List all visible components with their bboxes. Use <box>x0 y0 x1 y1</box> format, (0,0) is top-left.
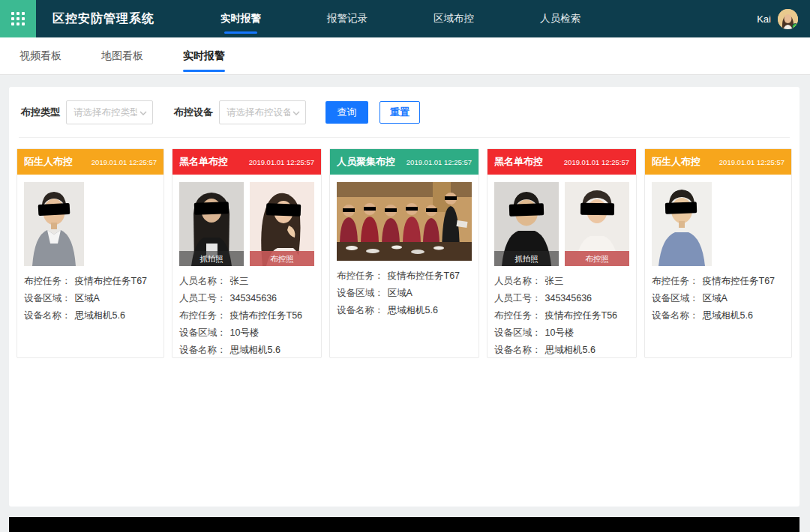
photo-row: 抓拍照 布控照 <box>179 182 314 266</box>
active-nav-underline <box>224 31 257 34</box>
online-status-dot <box>792 23 798 29</box>
content-panel: 布控类型 请选择布控类型 布控设备 请选择布控设备 查询 重置 <box>9 87 800 507</box>
field-row: 布控任务： 疫情布控任务T67 <box>24 273 157 290</box>
nav-item-area-control[interactable]: 区域布控 <box>434 0 474 37</box>
field-row: 设备名称： 思域相机5.6 <box>24 307 157 324</box>
field-row: 布控任务： 疫情布控任务T67 <box>337 267 472 285</box>
card-body: 抓拍照 布控照 <box>488 175 636 359</box>
card-fields: 布控任务： 疫情布控任务T67 设备区域： 区域A 设备名称： 思域相机5.6 <box>652 273 784 324</box>
field-row: 设备区域： 10号楼 <box>179 324 314 342</box>
filter-device-label: 布控设备 <box>174 106 213 119</box>
alarm-card-stranger-2[interactable]: 陌生人布控 2019.01.01 12:25:57 <box>644 148 792 358</box>
card-fields: 人员名称： 张三 人员工号： 345345636 布控任务： 疫情布控任务T56 <box>179 273 314 359</box>
field-row: 设备名称： 思域相机5.6 <box>652 307 784 324</box>
card-timestamp: 2019.01.01 12:25:57 <box>92 158 157 166</box>
card-timestamp: 2019.01.01 12:25:57 <box>564 158 629 166</box>
field-row: 人员名称： 张三 <box>179 273 314 290</box>
query-button[interactable]: 查询 <box>326 101 368 124</box>
photo-label-snapshot: 抓拍照 <box>179 251 244 266</box>
card-body: 布控任务： 疫情布控任务T67 设备区域： 区域A 设备名称： 思域相机5.6 <box>645 175 791 324</box>
nav-item-person-search[interactable]: 人员检索 <box>540 0 580 37</box>
card-timestamp: 2019.01.01 12:25:57 <box>719 158 784 166</box>
grid-menu-icon <box>11 12 25 25</box>
app-title: 区控安防管理系统 <box>52 11 154 27</box>
field-row: 设备区域： 区域A <box>652 290 784 307</box>
field-row: 布控任务： 疫情布控任务T56 <box>179 307 314 324</box>
censored-group-image <box>337 182 472 261</box>
field-row: 设备区域： 区域A <box>24 290 157 307</box>
card-title: 陌生人布控 <box>24 155 73 169</box>
page-background: 布控类型 请选择布控类型 布控设备 请选择布控设备 查询 重置 <box>0 75 810 517</box>
alarm-card-stranger-1[interactable]: 陌生人布控 2019.01.01 12:25:57 <box>16 148 164 358</box>
photo-label-control: 布控照 <box>250 251 314 266</box>
main-nav: 实时报警 报警记录 区域布控 人员检索 <box>220 0 580 37</box>
topbar: 区控安防管理系统 实时报警 报警记录 区域布控 人员检索 Kai <box>0 0 810 37</box>
snapshot-photo[interactable]: 抓拍照 <box>494 182 559 266</box>
card-title: 黑名单布控 <box>179 155 228 169</box>
censored-portrait-image <box>24 182 84 266</box>
control-photo[interactable]: 布控照 <box>250 182 314 266</box>
field-row: 设备名称： 思域相机5.6 <box>179 342 314 359</box>
field-row: 人员名称： 张三 <box>494 273 629 290</box>
field-row: 设备区域： 区域A <box>337 285 472 302</box>
field-row: 布控任务： 疫情布控任务T56 <box>494 307 629 324</box>
alarm-card-list: 陌生人布控 2019.01.01 12:25:57 <box>9 138 800 358</box>
card-timestamp: 2019.01.01 12:25:57 <box>249 158 314 166</box>
snapshot-photo[interactable] <box>652 182 712 266</box>
chevron-down-icon <box>292 111 300 115</box>
snapshot-photo[interactable] <box>24 182 84 266</box>
card-body: 抓拍照 布控照 <box>172 175 321 359</box>
field-row: 人员工号： 345345636 <box>494 290 629 307</box>
bottom-bar <box>9 517 800 532</box>
nav-item-realtime-alarm[interactable]: 实时报警 <box>220 0 261 37</box>
photo-label-control: 布控照 <box>565 251 629 266</box>
card-title: 人员聚集布控 <box>337 155 395 169</box>
card-header: 黑名单布控 2019.01.01 12:25:57 <box>172 149 321 175</box>
card-body: 布控任务： 疫情布控任务T67 设备区域： 区域A 设备名称： 思域相机5.6 <box>17 175 164 324</box>
filter-type-select[interactable]: 请选择布控类型 <box>66 100 153 124</box>
tab-video-board[interactable]: 视频看板 <box>20 37 62 74</box>
alarm-card-gathering[interactable]: 人员聚集布控 2019.01.01 12:25:57 <box>329 148 479 358</box>
card-fields: 布控任务： 疫情布控任务T67 设备区域： 区域A 设备名称： 思域相机5.6 <box>337 267 472 319</box>
user-avatar[interactable] <box>778 9 798 29</box>
card-header: 黑名单布控 2019.01.01 12:25:57 <box>488 149 636 175</box>
field-row: 设备名称： 思域相机5.6 <box>337 302 472 319</box>
user-name: Kai <box>757 13 771 25</box>
chevron-down-icon <box>140 111 147 115</box>
alarm-card-blacklist-2[interactable]: 黑名单布控 2019.01.01 12:25:57 <box>487 148 637 358</box>
card-fields: 人员名称： 张三 人员工号： 345345636 布控任务： 疫情布控任务T56 <box>494 273 629 359</box>
field-row: 人员工号： 345345636 <box>179 290 314 307</box>
field-row: 设备区域： 10号楼 <box>494 324 629 342</box>
card-title: 陌生人布控 <box>652 155 700 169</box>
control-photo[interactable]: 布控照 <box>565 182 629 266</box>
alarm-card-blacklist-1[interactable]: 黑名单布控 2019.01.01 12:25:57 <box>172 148 322 358</box>
tab-map-board[interactable]: 地图看板 <box>101 37 143 74</box>
field-row: 布控任务： 疫情布控任务T67 <box>652 273 784 290</box>
nav-item-alarm-records[interactable]: 报警记录 <box>327 0 368 37</box>
filter-device-select[interactable]: 请选择布控设备 <box>219 100 306 124</box>
active-tab-underline <box>183 70 225 72</box>
filter-row: 布控类型 请选择布控类型 布控设备 请选择布控设备 查询 重置 <box>9 87 800 124</box>
card-header: 人员聚集布控 2019.01.01 12:25:57 <box>330 149 478 175</box>
filter-type-label: 布控类型 <box>21 106 60 119</box>
reset-button[interactable]: 重置 <box>380 101 420 124</box>
snapshot-photo[interactable]: 抓拍照 <box>179 182 244 266</box>
user-area: Kai <box>757 9 798 29</box>
card-body: 布控任务： 疫情布控任务T67 设备区域： 区域A 设备名称： 思域相机5.6 <box>330 175 478 319</box>
scene-photo[interactable] <box>337 182 472 261</box>
card-timestamp: 2019.01.01 12:25:57 <box>406 158 472 166</box>
card-header: 陌生人布控 2019.01.01 12:25:57 <box>645 149 791 175</box>
secondary-tabbar: 视频看板 地图看板 实时报警 <box>0 37 810 75</box>
photo-label-snapshot: 抓拍照 <box>494 251 559 266</box>
censored-portrait-image <box>652 182 712 266</box>
card-title: 黑名单布控 <box>494 155 543 169</box>
tab-realtime-alarm[interactable]: 实时报警 <box>183 37 225 74</box>
card-fields: 布控任务： 疫情布控任务T67 设备区域： 区域A 设备名称： 思域相机5.6 <box>24 273 157 324</box>
app-launcher-button[interactable] <box>0 0 36 37</box>
card-header: 陌生人布控 2019.01.01 12:25:57 <box>17 149 164 175</box>
field-row: 设备名称： 思域相机5.6 <box>494 342 629 359</box>
photo-row: 抓拍照 布控照 <box>494 182 629 266</box>
